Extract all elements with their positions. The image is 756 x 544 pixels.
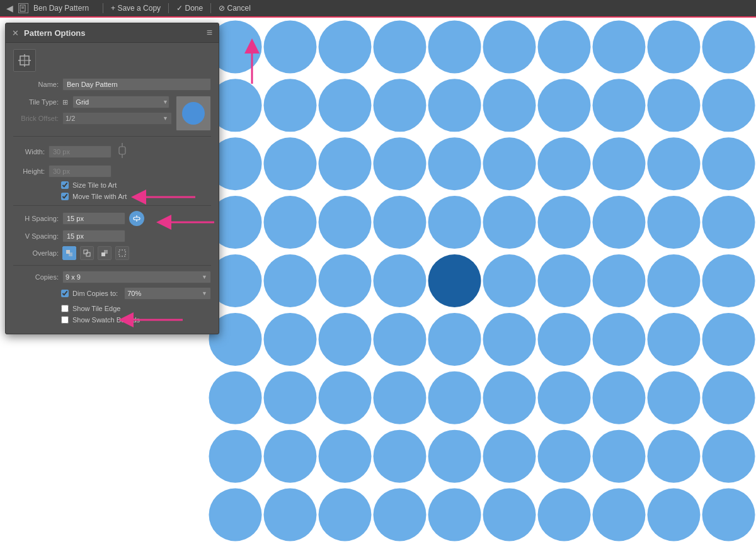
copies-select[interactable]: 1 x 1 3 x 3 5 x 5 7 x 7 9 x 9	[62, 271, 211, 283]
panel-close-button[interactable]: ✕	[12, 29, 19, 37]
svg-point-61	[593, 313, 646, 366]
svg-point-68	[428, 371, 481, 424]
svg-rect-102	[69, 252, 72, 256]
done-button[interactable]: ✓ Done	[176, 4, 203, 13]
v-spacing-label: V Spacing:	[13, 232, 59, 240]
tile-preview-circle	[182, 102, 205, 125]
svg-point-53	[702, 254, 755, 307]
size-tile-label[interactable]: Size Tile to Art	[72, 181, 117, 189]
svg-point-82	[648, 430, 701, 483]
svg-point-73	[702, 371, 755, 424]
svg-point-62	[648, 313, 701, 366]
width-label: Width:	[13, 148, 45, 156]
overlap-row: Overlap:	[13, 246, 211, 260]
overlap-btn-0[interactable]	[62, 246, 76, 260]
svg-point-22	[648, 79, 701, 132]
svg-point-40	[538, 196, 591, 249]
svg-point-78	[428, 430, 481, 483]
name-label: Name:	[13, 81, 59, 88]
overlap-label: Overlap:	[13, 249, 59, 257]
svg-point-93	[702, 489, 755, 541]
svg-point-69	[483, 371, 536, 424]
show-tile-edge-row: Show Tile Edge	[61, 305, 211, 312]
copies-label: Copies:	[13, 273, 59, 281]
svg-point-43	[702, 196, 755, 249]
svg-point-92	[648, 489, 701, 541]
svg-point-80	[538, 430, 591, 483]
name-row: Name:	[13, 78, 211, 91]
link-spacing-button[interactable]	[129, 211, 144, 226]
move-tile-label[interactable]: Move Tile with Art	[72, 193, 127, 200]
save-copy-button[interactable]: + Save a Copy	[111, 4, 161, 13]
svg-point-25	[264, 137, 317, 190]
width-row: Width:	[13, 142, 211, 161]
overlap-btn-3[interactable]	[115, 246, 129, 260]
brick-offset-label: Brick Offset:	[13, 115, 59, 122]
svg-point-13	[702, 20, 755, 73]
tile-type-label: Tile Type:	[13, 98, 59, 106]
link-size-icon[interactable]	[118, 142, 127, 161]
svg-point-60	[538, 313, 591, 366]
svg-point-5	[264, 20, 317, 73]
show-tile-edge-checkbox[interactable]	[61, 305, 69, 312]
svg-point-72	[648, 371, 701, 424]
svg-point-65	[264, 371, 317, 424]
size-tile-checkbox[interactable]	[61, 181, 69, 189]
show-tile-edge-label[interactable]: Show Tile Edge	[72, 305, 120, 312]
svg-point-59	[483, 313, 536, 366]
brick-offset-select-wrapper: 1/2 1/3 1/4 ▼	[62, 112, 172, 125]
svg-point-30	[538, 137, 591, 190]
height-input[interactable]	[49, 165, 112, 178]
show-swatch-bounds-checkbox[interactable]	[61, 316, 69, 324]
cancel-button[interactable]: ⊘ Cancel	[219, 4, 251, 13]
svg-point-26	[319, 137, 372, 190]
h-spacing-input[interactable]	[62, 212, 125, 225]
overlap-options	[62, 246, 129, 260]
name-input[interactable]	[62, 78, 211, 91]
svg-rect-106	[104, 250, 108, 254]
overlap-btn-2[interactable]	[98, 246, 112, 260]
tile-type-select[interactable]: Grid Brick by Row Brick by Column Hex by…	[72, 96, 169, 108]
svg-point-84	[209, 489, 262, 541]
show-swatch-bounds-label[interactable]: Show Swatch Bounds	[72, 316, 140, 324]
panel-menu-button[interactable]: ≡	[207, 27, 212, 38]
svg-point-75	[264, 430, 317, 483]
fit-tile-button[interactable]	[13, 49, 36, 72]
svg-point-88	[428, 489, 481, 541]
dim-copies-label[interactable]: Dim Copies to:	[72, 290, 118, 297]
svg-point-47	[374, 254, 427, 307]
svg-point-6	[319, 20, 372, 73]
svg-rect-104	[86, 252, 90, 256]
width-input[interactable]	[49, 145, 112, 158]
svg-point-33	[702, 137, 755, 190]
height-row: Height:	[13, 165, 211, 178]
svg-point-15	[264, 79, 317, 132]
svg-point-64	[209, 371, 262, 424]
divider2	[13, 205, 211, 206]
h-spacing-label: H Spacing:	[13, 215, 59, 222]
move-tile-checkbox[interactable]	[61, 193, 69, 200]
back-button[interactable]: ◀	[6, 3, 13, 13]
size-tile-row: Size Tile to Art	[61, 181, 211, 189]
dim-value-select-wrapper: 50% 60% 70% 80% 90% ▼	[124, 287, 211, 300]
v-spacing-input[interactable]	[62, 230, 125, 242]
tile-type-controls: Tile Type: ⊞ Grid Brick by Row Brick by …	[13, 96, 172, 130]
svg-point-63	[702, 313, 755, 366]
overlap-btn-1[interactable]	[80, 246, 94, 260]
svg-point-9	[483, 20, 536, 73]
svg-point-29	[483, 137, 536, 190]
svg-point-70	[538, 371, 591, 424]
svg-point-52	[648, 254, 701, 307]
h-spacing-row: H Spacing:	[13, 211, 211, 226]
svg-point-77	[374, 430, 427, 483]
svg-point-8	[428, 20, 481, 73]
brick-offset-select[interactable]: 1/2 1/3 1/4	[62, 112, 172, 125]
dim-value-select[interactable]: 50% 60% 70% 80% 90%	[124, 287, 211, 300]
svg-point-90	[538, 489, 591, 541]
divider3	[13, 265, 211, 266]
svg-point-17	[374, 79, 427, 132]
separator2	[168, 3, 169, 13]
height-label: Height:	[13, 167, 45, 175]
panel-title: Pattern Options	[24, 28, 207, 38]
dim-copies-checkbox[interactable]	[61, 290, 69, 297]
